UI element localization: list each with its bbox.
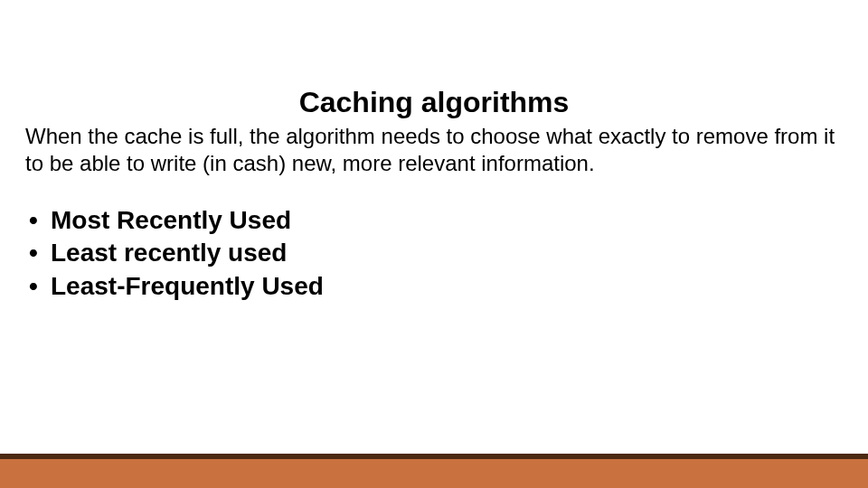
slide-title: Caching algorithms	[25, 86, 843, 119]
slide-content: Caching algorithms When the cache is ful…	[0, 0, 868, 303]
list-item: Least recently used	[29, 237, 843, 269]
footer-main-bar	[0, 459, 868, 488]
list-item: Most Recently Used	[29, 204, 843, 237]
slide-footer	[0, 454, 868, 488]
list-item: Least-Frequently Used	[29, 270, 843, 303]
slide-description: When the cache is full, the algorithm ne…	[25, 123, 843, 177]
bullet-list: Most Recently Used Least recently used L…	[25, 204, 843, 303]
